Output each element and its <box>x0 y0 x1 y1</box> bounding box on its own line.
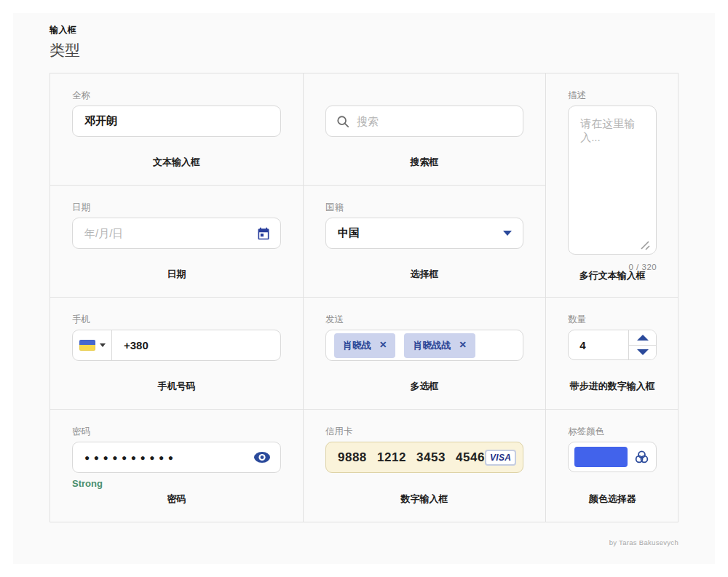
password-input[interactable]: ●●●●●●●●●● <box>73 453 177 463</box>
date-input[interactable] <box>73 218 256 248</box>
arrow-down-icon <box>637 349 649 355</box>
content-area: 输入框 类型 全称 文本输入框 搜索框 <box>13 13 715 564</box>
cell-caption: 颜色选择器 <box>546 493 678 506</box>
cell-caption: 多选框 <box>304 380 545 393</box>
grid-cell-select: 国籍 中国 选择框 <box>304 186 546 298</box>
password-box: ●●●●●●●●●● <box>72 442 281 473</box>
search-box <box>325 106 523 137</box>
examples-grid: 全称 文本输入框 搜索框 描述 <box>50 73 678 522</box>
chevron-down-icon <box>100 343 106 347</box>
textarea-label: 描述 <box>568 89 657 100</box>
stepper-up-button[interactable] <box>629 330 656 345</box>
chip-label: 肖晓战 <box>343 339 371 352</box>
chip-label: 肖晓战战 <box>413 339 451 352</box>
stepper-value[interactable]: 4 <box>569 330 628 359</box>
cell-caption: 密码 <box>50 493 303 506</box>
author-credit: by Taras Bakusevych <box>609 538 678 546</box>
country-selector[interactable] <box>73 330 112 360</box>
color-picker-label: 标签颜色 <box>568 426 657 437</box>
date-label: 日期 <box>72 202 281 212</box>
arrow-up-icon <box>637 335 649 341</box>
card-number-input[interactable]: 9888 1212 3453 4546 <box>338 450 485 465</box>
page-eyebrow: 输入框 <box>50 24 76 36</box>
multiselect-label: 发送 <box>325 314 523 325</box>
chip: 肖晓战 ✕ <box>334 333 395 358</box>
calendar-icon[interactable] <box>256 226 271 241</box>
cell-caption: 选择框 <box>304 268 545 281</box>
cell-caption: 文本输入框 <box>50 156 303 169</box>
chip: 肖晓战战 ✕ <box>404 333 475 358</box>
visa-badge: VISA <box>485 450 516 466</box>
cell-caption: 日期 <box>50 268 303 281</box>
cell-caption: 数字输入框 <box>304 493 545 506</box>
full-name-input[interactable] <box>73 106 280 136</box>
cell-caption: 搜索框 <box>304 156 545 169</box>
grid-cell-text-input: 全称 文本输入框 <box>50 73 304 186</box>
search-input[interactable] <box>349 106 523 136</box>
chevron-down-icon <box>503 231 512 236</box>
page: 输入框 类型 全称 文本输入框 搜索框 <box>0 0 728 577</box>
grid-cell-textarea: 描述 0 / 320 多行文本输入框 <box>546 73 678 298</box>
grid-cell-color-picker: 标签颜色 颜色选择器 <box>546 410 678 522</box>
date-box <box>72 218 281 249</box>
phone-label: 手机 <box>72 314 281 325</box>
search-label-spacer <box>325 89 523 100</box>
grid-cell-stepper: 数量 4 带步进的数字输入框 <box>546 298 678 410</box>
cell-caption: 手机号码 <box>50 380 303 393</box>
grid-cell-date: 日期 日期 <box>50 186 304 298</box>
card-label: 信用卡 <box>325 426 523 437</box>
nationality-select[interactable]: 中国 <box>325 218 523 249</box>
chip-remove-icon[interactable]: ✕ <box>379 341 387 350</box>
color-picker <box>568 442 657 472</box>
page-title: 类型 <box>50 40 80 60</box>
stepper-down-button[interactable] <box>629 345 656 360</box>
cell-caption: 多行文本输入框 <box>546 269 678 282</box>
cell-caption: 带步进的数字输入框 <box>546 380 678 393</box>
grid-cell-phone: 手机 手机号码 <box>50 298 304 410</box>
textarea-wrap <box>568 106 657 258</box>
stepper-buttons <box>628 330 656 359</box>
color-wheel-icon[interactable] <box>633 449 650 466</box>
select-label: 国籍 <box>325 202 523 212</box>
grid-cell-credit-card: 信用卡 9888 1212 3453 4546 VISA 数字输入框 <box>304 410 546 522</box>
card-number-box: 9888 1212 3453 4546 VISA <box>325 442 523 473</box>
description-textarea[interactable] <box>568 106 657 255</box>
grid-cell-multiselect: 发送 肖晓战 ✕ 肖晓战战 ✕ 多选框 <box>304 298 546 410</box>
text-input-box <box>72 106 281 137</box>
ukraine-flag-icon <box>79 340 95 351</box>
password-strength: Strong <box>72 478 281 489</box>
phone-input[interactable] <box>112 330 280 360</box>
password-label: 密码 <box>72 426 281 437</box>
chip-remove-icon[interactable]: ✕ <box>459 341 466 350</box>
color-swatch[interactable] <box>574 447 628 467</box>
number-stepper: 4 <box>568 330 657 360</box>
eye-icon[interactable] <box>253 451 271 463</box>
select-value: 中国 <box>326 226 360 240</box>
phone-box <box>72 330 281 361</box>
text-input-label: 全称 <box>72 89 281 100</box>
search-icon <box>336 115 349 128</box>
grid-cell-password: 密码 ●●●●●●●●●● Strong 密码 <box>50 410 304 522</box>
stepper-label: 数量 <box>568 314 657 325</box>
grid-cell-search: 搜索框 <box>304 73 546 186</box>
multiselect-box[interactable]: 肖晓战 ✕ 肖晓战战 ✕ <box>325 330 523 361</box>
resize-handle-icon[interactable] <box>640 240 650 250</box>
